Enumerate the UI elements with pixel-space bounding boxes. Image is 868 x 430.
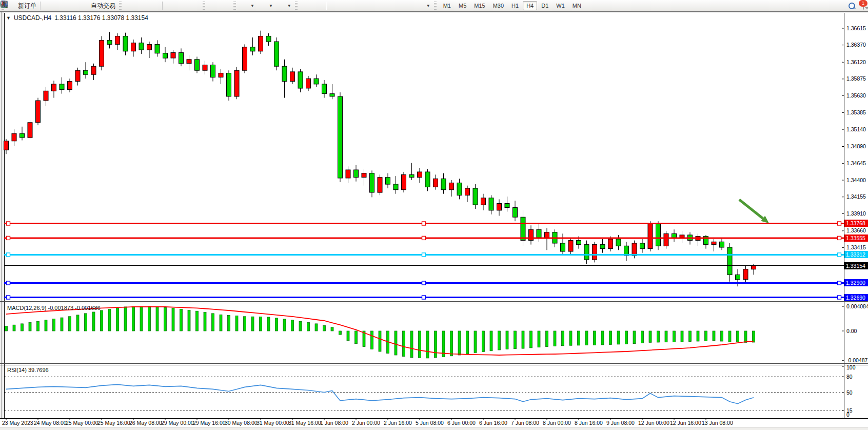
time-axis-label[interactable]: 7 Jun 08:00: [511, 420, 539, 426]
price-axis-tick: 1.35140: [846, 126, 866, 132]
candle: [664, 233, 668, 246]
time-axis-label[interactable]: 8 Jun 00:00: [543, 420, 571, 426]
notifications-button[interactable]: 1: [863, 2, 864, 9]
line-handle[interactable]: [838, 296, 841, 299]
time-axis-label[interactable]: 2 Jun 00:00: [352, 420, 380, 426]
time-axis-label[interactable]: 1 Jun 08:00: [320, 420, 348, 426]
timeframe-button-M1[interactable]: M1: [440, 1, 455, 10]
periods-button[interactable]: ▼: [257, 0, 275, 11]
arrow-annotation[interactable]: [739, 200, 769, 223]
crosshair-button[interactable]: [312, 0, 324, 11]
time-axis-label[interactable]: 26 May 08:00: [129, 420, 162, 426]
time-axis-label[interactable]: 25 May 16:00: [97, 420, 130, 426]
timeframe-button-H4[interactable]: H4: [523, 1, 537, 10]
line-handle[interactable]: [422, 253, 426, 257]
time-axis-label[interactable]: 12 Jun 16:00: [670, 420, 701, 426]
candle: [505, 204, 509, 208]
candle: [131, 43, 136, 51]
timeframe-button-D1[interactable]: D1: [538, 1, 552, 10]
templates-button[interactable]: ▼: [275, 0, 293, 11]
line-handle[interactable]: [7, 222, 10, 225]
price-axis-tick: 1.33910: [846, 210, 866, 217]
timeframe-button-M15[interactable]: M15: [470, 1, 488, 10]
autotrade-button[interactable]: 自动交易: [79, 0, 117, 11]
push-notification-button[interactable]: [42, 0, 54, 11]
candle: [314, 79, 319, 84]
time-axis-label[interactable]: 6 Jun 16:00: [479, 420, 507, 426]
chevron-down-icon[interactable]: ▼: [6, 15, 11, 21]
time-axis-label[interactable]: 5 Jun 08:00: [416, 420, 444, 426]
candle: [473, 188, 478, 205]
line-handle[interactable]: [7, 253, 10, 257]
time-axis-label[interactable]: 31 May 00:00: [257, 420, 289, 426]
time-axis-label[interactable]: 31 May 16:00: [288, 420, 321, 426]
text-label-button[interactable]: T: [402, 0, 414, 11]
line-handle[interactable]: [838, 236, 841, 240]
candlestick-chart-button[interactable]: [136, 0, 148, 11]
autoscroll-button[interactable]: [207, 0, 220, 11]
chart-canvas[interactable]: [0, 12, 868, 430]
new-order-button[interactable]: 新订单: [6, 0, 38, 11]
zoom-out-button[interactable]: [176, 0, 189, 11]
fibonacci-button[interactable]: F: [377, 0, 389, 11]
candle: [393, 184, 398, 190]
time-axis-label[interactable]: 29 May 00:00: [161, 420, 194, 426]
time-axis-label[interactable]: 30 May 08:00: [225, 420, 258, 426]
timeframe-button-H1[interactable]: H1: [508, 1, 522, 10]
search-icon[interactable]: [848, 2, 856, 10]
time-axis-label[interactable]: 9 Jun 08:00: [606, 420, 635, 426]
line-handle[interactable]: [422, 236, 426, 240]
line-handle[interactable]: [838, 253, 841, 257]
timeframe-button-M30[interactable]: M30: [489, 1, 507, 10]
toolbar-grip[interactable]: [119, 2, 122, 10]
expert-advisors-button[interactable]: [54, 0, 67, 11]
bar-chart-button[interactable]: [124, 0, 136, 11]
toolbar-grip[interactable]: [295, 2, 298, 10]
vertical-line-button[interactable]: [328, 0, 340, 11]
rsi-indicator-label: RSI(14) 39.7696: [7, 367, 49, 373]
candle: [640, 243, 645, 249]
time-axis-label[interactable]: 8 Jun 16:00: [575, 420, 603, 426]
signals-button[interactable]: [67, 0, 79, 11]
line-handle[interactable]: [838, 281, 841, 285]
rsi-axis-tick: 0: [846, 412, 850, 418]
tile-windows-button[interactable]: [189, 0, 201, 11]
candle: [568, 241, 573, 251]
autotrade-label: 自动交易: [91, 2, 115, 10]
time-axis-label[interactable]: 12 Jun 00:00: [638, 420, 669, 426]
zoom-in-button[interactable]: [164, 0, 176, 11]
channel-button[interactable]: E: [365, 0, 377, 11]
time-axis-label[interactable]: 23 May 2023: [2, 420, 33, 426]
time-axis-label[interactable]: 24 May 08:00: [34, 420, 67, 426]
time-axis-label[interactable]: 25 May 00:00: [66, 420, 98, 426]
timeframe-button-M5[interactable]: M5: [455, 1, 470, 10]
line-handle[interactable]: [7, 281, 10, 285]
new-order-icon: [8, 2, 16, 10]
time-axis-label[interactable]: 6 Jun 00:00: [447, 420, 476, 426]
arrows-button[interactable]: ▼: [414, 0, 432, 11]
candle: [171, 52, 175, 58]
time-axis-label[interactable]: 13 Jun 08:00: [702, 420, 733, 426]
indicators-button[interactable]: ▼: [238, 0, 257, 11]
time-axis-label[interactable]: 2 Jun 16:00: [384, 420, 412, 426]
line-handle[interactable]: [838, 222, 841, 225]
toolbar-grip[interactable]: [233, 2, 236, 10]
line-handle[interactable]: [422, 296, 426, 299]
trendline-button[interactable]: [352, 0, 365, 11]
candle: [418, 172, 422, 178]
horizontal-line-button[interactable]: [340, 0, 352, 11]
chart-shift-button[interactable]: [220, 0, 232, 11]
timeframe-button-W1[interactable]: W1: [553, 1, 568, 10]
text-button[interactable]: A: [389, 0, 402, 11]
line-handle[interactable]: [422, 281, 426, 285]
candle: [68, 82, 72, 90]
line-chart-button[interactable]: [148, 0, 161, 11]
toolbar-grip[interactable]: [434, 2, 437, 10]
line-handle[interactable]: [7, 296, 10, 299]
timeframe-button-MN[interactable]: MN: [569, 1, 585, 10]
line-handle[interactable]: [7, 236, 10, 240]
cursor-button[interactable]: [300, 0, 312, 11]
toolbar-grip[interactable]: [203, 2, 205, 10]
time-axis-label[interactable]: 29 May 16:00: [193, 420, 226, 426]
line-handle[interactable]: [422, 222, 426, 225]
